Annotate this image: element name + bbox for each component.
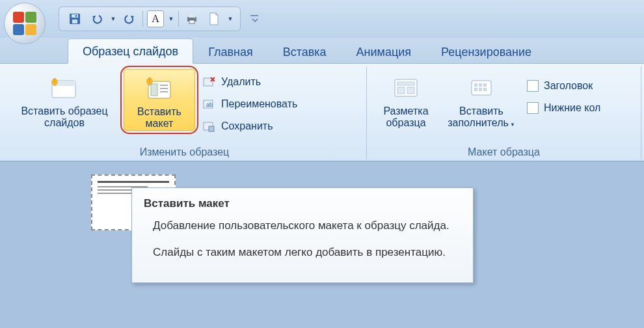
- insert-placeholder-button[interactable]: Вставить заполнитель▼: [442, 69, 520, 144]
- new-dropdown-icon[interactable]: ▼: [227, 10, 234, 28]
- svg-rect-22: [209, 126, 214, 131]
- quick-print-icon[interactable]: [183, 10, 201, 28]
- svg-rect-3: [75, 15, 77, 17]
- svg-rect-25: [397, 87, 405, 94]
- group-title-master-layout: Макет образца: [373, 144, 634, 159]
- tooltip-paragraph: Слайды с таким макетом легко добавить в …: [153, 245, 461, 261]
- quick-access-toolbar: ▼ A ▼ ▼: [59, 7, 241, 31]
- svg-rect-1: [72, 14, 78, 18]
- group-master-layout: Разметка образца Вставить заполнитель▼: [367, 66, 641, 159]
- delete-label: Удалить: [221, 76, 261, 88]
- svg-text:ab: ab: [206, 102, 213, 108]
- title-checkbox-label: Заголовок: [544, 80, 593, 92]
- slide-master-icon: [49, 75, 79, 102]
- titlebar: ▼ A ▼ ▼: [0, 0, 644, 38]
- svg-rect-24: [397, 82, 414, 85]
- rename-icon: ab: [202, 98, 216, 111]
- svg-rect-2: [72, 20, 77, 23]
- placeholder-icon: [468, 77, 495, 100]
- svg-rect-18: [204, 78, 213, 86]
- tooltip: Вставить макет Добавление пользовательск…: [131, 187, 474, 283]
- footers-checkbox-label: Нижние кол: [544, 102, 600, 114]
- tooltip-paragraph: Добавление пользовательского макета к об…: [153, 218, 461, 234]
- insert-placeholder-label: Вставить заполнитель: [448, 105, 509, 128]
- insert-layout-icon: [144, 76, 174, 102]
- chevron-down-icon: ▼: [510, 122, 515, 128]
- footers-checkbox[interactable]: Нижние кол: [524, 98, 604, 118]
- master-layout-icon: [392, 77, 420, 100]
- delete-button[interactable]: Удалить: [199, 72, 301, 92]
- svg-rect-29: [479, 83, 482, 87]
- preserve-button[interactable]: Сохранить: [199, 116, 301, 137]
- rename-button[interactable]: ab Переименовать: [199, 94, 301, 115]
- group-title-edit-master: Изменить образец: [9, 144, 360, 159]
- ribbon-tabs: Образец слайдов Главная Вставка Анимация…: [0, 38, 644, 64]
- preserve-label: Сохранить: [221, 120, 273, 132]
- svg-rect-5: [189, 14, 195, 18]
- tab-animation[interactable]: Анимация: [342, 39, 427, 64]
- tab-review[interactable]: Рецензирование: [426, 39, 546, 64]
- customize-qat-icon[interactable]: [247, 11, 263, 27]
- office-button[interactable]: [4, 3, 46, 44]
- new-doc-icon[interactable]: [205, 10, 223, 28]
- svg-rect-32: [479, 88, 482, 91]
- tab-slide-master[interactable]: Образец слайдов: [68, 38, 193, 64]
- redo-icon[interactable]: [120, 10, 139, 28]
- svg-rect-6: [189, 20, 195, 23]
- undo-icon[interactable]: [88, 10, 106, 28]
- svg-rect-28: [474, 83, 477, 87]
- undo-dropdown-icon[interactable]: ▼: [110, 10, 116, 28]
- delete-icon: [202, 75, 216, 89]
- preserve-icon: [202, 120, 216, 133]
- insert-slide-master-button[interactable]: Вставить образец слайдов: [9, 69, 120, 144]
- save-icon[interactable]: [66, 10, 84, 28]
- checkbox-icon: [527, 80, 539, 92]
- title-checkbox[interactable]: Заголовок: [524, 75, 604, 96]
- svg-rect-26: [407, 87, 414, 94]
- ribbon: Вставить образец слайдов: [0, 64, 644, 161]
- group-edit-master: Вставить образец слайдов: [3, 66, 367, 159]
- tab-insert[interactable]: Вставка: [268, 39, 342, 64]
- office-logo-icon: [13, 12, 36, 35]
- tab-home[interactable]: Главная: [193, 39, 268, 64]
- font-dropdown-icon[interactable]: ▼: [168, 10, 174, 28]
- svg-rect-31: [474, 88, 477, 91]
- svg-point-7: [195, 18, 196, 19]
- insert-layout-button[interactable]: Вставить макет: [124, 69, 195, 131]
- svg-rect-13: [151, 84, 157, 96]
- master-layout-button[interactable]: Разметка образца: [373, 69, 438, 144]
- tooltip-title: Вставить макет: [144, 197, 461, 210]
- rename-label: Переименовать: [221, 98, 297, 110]
- svg-rect-30: [483, 83, 487, 87]
- checkbox-icon: [527, 102, 539, 114]
- font-icon[interactable]: A: [147, 10, 164, 27]
- svg-rect-33: [483, 88, 487, 91]
